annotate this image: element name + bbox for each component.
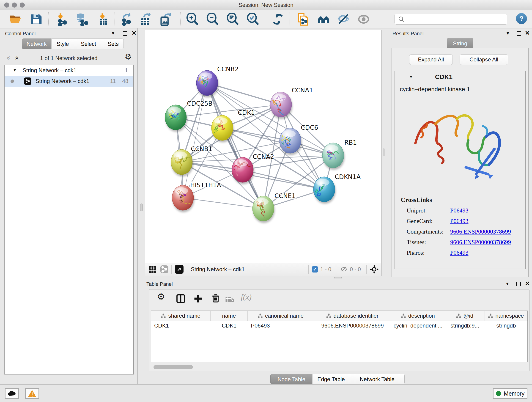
cloud-icon [7,390,16,397]
network-node-rb1[interactable]: RB1 [322,139,357,170]
network-row-selected[interactable]: String Network – cdk1 11 48 [5,76,133,87]
collection-expand-icon[interactable]: ▼ [13,68,17,73]
tab-network-table[interactable]: Network Table [350,374,405,384]
panel-close-icon[interactable]: ✕ [525,31,530,35]
tab-sets[interactable]: Sets [103,38,124,49]
export-image-icon[interactable] [159,13,172,26]
network-edge[interactable] [207,83,263,209]
crosslink-value-link[interactable]: 9606.ENSP00000378699 [450,239,511,246]
delete-table-icon[interactable] [225,296,234,303]
network-canvas[interactable]: CCNB2CCNA1CDC25BCDK1CDC6RB1CCNB1CCNA2CDK… [145,30,381,263]
panel-menu-icon[interactable]: ▾ [507,30,509,36]
zoom-fit-icon[interactable] [226,13,239,26]
import-table-icon[interactable] [96,13,109,26]
column-header-canonical-name[interactable]: canonical name [248,311,314,321]
import-network-icon[interactable] [56,13,69,26]
tab-select[interactable]: Select [74,38,103,49]
network-node-ccna1[interactable]: CCNA1 [270,87,313,119]
cloud-button[interactable] [5,388,19,399]
crosslinks-title: CrossLinks [401,196,525,204]
horizontal-scrollbar-thumb[interactable] [153,365,193,369]
column-header--id[interactable]: @id [445,311,485,321]
hidden-eye-icon[interactable] [340,266,348,273]
search-field[interactable] [394,14,507,25]
hide-selected-icon[interactable] [337,13,350,26]
table-cell[interactable]: cyclin–dependent ... [391,321,445,331]
window-zoom-button[interactable] [20,2,25,7]
memory-button[interactable]: Memory [493,388,527,399]
table-cell[interactable]: P06493 [248,321,314,331]
panel-close-icon[interactable]: ✕ [525,281,530,286]
export-network-icon[interactable] [120,13,133,26]
node-card-header[interactable]: ▼ CDK1 [395,71,525,83]
warnings-button[interactable] [25,388,39,399]
column-header-database-identifier[interactable]: database identifier [314,311,391,321]
table-cell[interactable]: 9606.ENSP00000378699 [314,321,391,331]
tab-node-table[interactable]: Node Table [270,374,312,384]
network-node-hist1h1a[interactable]: HIST1H1A [172,182,221,212]
string-share-icon[interactable] [160,265,168,273]
collapse-all-button[interactable]: Collapse All [460,54,508,65]
table-cell[interactable]: CDK1 [151,321,210,331]
card-collapse-icon[interactable]: ▼ [409,75,413,79]
network-graph[interactable]: CCNB2CCNA1CDC25BCDK1CDC6RB1CCNB1CCNA2CDK… [145,30,381,263]
node-label: CCNA1 [292,87,313,94]
network-collection-row[interactable]: ▼ String Network – cdk1 1 [5,65,133,76]
zoom-selected-icon[interactable] [247,13,259,26]
delete-column-icon[interactable] [210,293,221,303]
tab-string[interactable]: String [447,38,473,49]
network-edge[interactable] [183,198,263,209]
selected-checkbox-icon[interactable]: ✓ [312,266,318,273]
column-header-shared-name[interactable]: shared name [151,311,210,321]
refresh-icon[interactable] [272,13,284,26]
network-node-ccne1[interactable]: CCNE1 [253,192,296,223]
zoom-in-icon[interactable] [186,13,199,26]
panel-float-icon[interactable] [517,31,521,36]
save-session-icon[interactable] [30,13,43,26]
network-edge[interactable] [243,170,324,189]
network-options-gear-icon[interactable]: ⚙ [125,52,132,61]
import-database-icon[interactable] [75,13,88,26]
search-input[interactable] [407,16,507,22]
tab-network[interactable]: Network [22,38,51,49]
left-splitter-handle[interactable] [140,204,143,211]
network-node-cdkn1a[interactable]: CDKN1A [313,173,361,204]
tab-style[interactable]: Style [51,38,74,49]
column-header-namespace[interactable]: namespace [485,311,527,321]
table-cell[interactable]: CDK1 [210,321,248,331]
panel-close-icon[interactable]: ✕ [132,31,137,35]
crosslink-value-link[interactable]: 9606.ENSP00000378699 [450,228,511,235]
fit-content-crosshair-icon[interactable] [370,265,379,274]
open-session-icon[interactable] [9,13,22,26]
panel-menu-icon[interactable]: ▾ [112,30,114,36]
crosslink-value-link[interactable]: P06493 [450,249,468,256]
panel-float-icon[interactable] [516,282,521,286]
show-columns-icon[interactable] [176,294,186,304]
panel-menu-icon[interactable]: ▾ [506,281,509,287]
crosslink-value-link[interactable]: P06493 [450,218,468,225]
right-splitter-handle[interactable] [383,148,385,156]
column-header-description[interactable]: description [391,311,445,321]
show-all-icon[interactable] [357,13,370,26]
column-header-name[interactable]: name [210,311,248,321]
table-cell[interactable]: stringdb [485,321,527,331]
help-button[interactable]: ? [516,13,527,24]
zoom-out-icon[interactable] [206,13,219,26]
table-cell[interactable]: stringdb:9... [445,321,485,331]
table-options-gear-icon[interactable]: ⚙ [157,291,165,302]
export-table-icon[interactable] [140,13,152,26]
window-minimize-button[interactable] [12,2,17,7]
tab-edge-table[interactable]: Edge Table [312,374,350,384]
birds-eye-view-icon[interactable] [175,265,184,274]
table-row[interactable]: CDK1CDK1P064939606.ENSP00000378699cyclin… [151,321,527,331]
collection-label: String Network – cdk1 [23,67,76,74]
add-column-icon[interactable] [193,294,203,304]
duplicate-network-icon[interactable] [297,13,309,26]
crosslink-value-link[interactable]: P06493 [450,207,468,214]
apply-function-icon[interactable]: f(x) [241,293,252,301]
panel-float-icon[interactable] [123,31,127,36]
grid-view-icon[interactable] [149,266,156,273]
expand-all-button[interactable]: Expand All [409,54,453,65]
first-neighbors-icon[interactable] [317,13,330,26]
window-close-button[interactable] [4,2,9,7]
